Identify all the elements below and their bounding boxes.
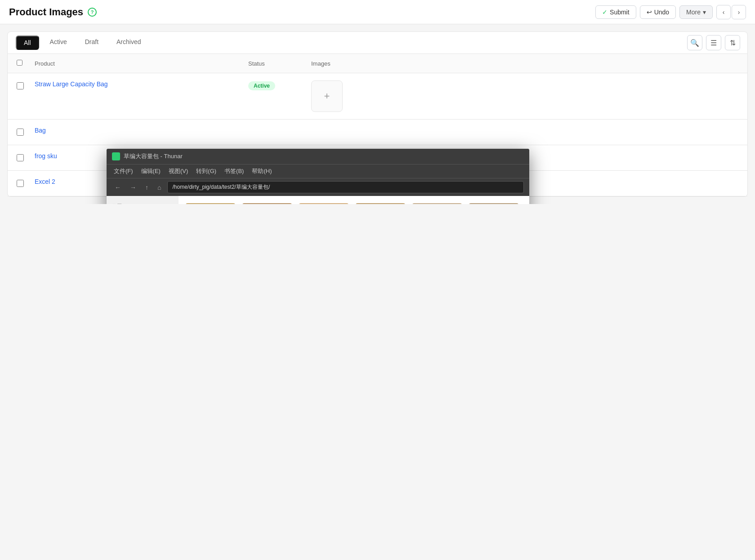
fm-section-label: 位置 — [107, 200, 179, 204]
fm-titlebar: 草编大容量包 - Thunar — [107, 149, 529, 164]
table-row: Bag — [8, 120, 747, 145]
product-link[interactable]: Straw Large Capacity Bag — [35, 80, 108, 88]
fm-file-item[interactable]: O1CN01KAiviD2JTKaGjP2Vm_!!22081821894 22… — [412, 203, 462, 204]
sort-button[interactable]: ⇅ — [725, 35, 740, 50]
fm-menu-help[interactable]: 帮助(H) — [252, 167, 272, 175]
check-icon: ✓ — [602, 9, 608, 16]
fm-menu-goto[interactable]: 转到(G) — [196, 167, 216, 175]
nav-arrows: ‹ › — [716, 5, 746, 19]
fm-path-bar[interactable]: /home/dirty_pig/data/test2/草编大容量包/ — [167, 181, 524, 193]
fm-menu-edit[interactable]: 编辑(E) — [141, 167, 161, 175]
fm-body: 位置 □ 计算机 ⌂ dirty_pig ■ 桌面 ◎ 最近访问 — [107, 196, 529, 204]
fm-menu-bookmarks[interactable]: 书签(B) — [224, 167, 244, 175]
fm-toolbar: ← → ↑ ⌂ /home/dirty_pig/data/test2/草编大容量… — [107, 178, 529, 196]
product-link[interactable]: frog sku — [35, 152, 57, 160]
fm-menubar: 文件(F) 编辑(E) 视图(V) 转到(G) 书签(B) 帮助(H) — [107, 164, 529, 178]
submit-button[interactable]: ✓ Submit — [595, 5, 636, 19]
fm-file-thumbnail — [356, 203, 405, 204]
select-all-checkbox[interactable] — [17, 60, 22, 66]
fm-file-thumbnail — [186, 203, 235, 204]
product-cell: Bag — [35, 127, 248, 134]
more-button[interactable]: More ▾ — [679, 5, 713, 19]
product-link[interactable]: Bag — [35, 127, 46, 134]
sort-icon: ⇅ — [730, 39, 736, 47]
tab-archived[interactable]: Archived — [108, 32, 149, 54]
tab-bar: All Active Draft Archived 🔍 ☰ ⇅ — [8, 32, 747, 54]
main-content: All Active Draft Archived 🔍 ☰ ⇅ Product … — [7, 31, 748, 197]
prev-arrow[interactable]: ‹ — [716, 5, 731, 19]
fm-file-item[interactable]: O1CN01lkm2pi2JTKgsncSav_!!22081821894 22… — [299, 203, 348, 204]
fm-files-grid: O1CN01KXhL7k2JTKaNe1Tkd_!!22081821894 22… — [186, 203, 522, 204]
images-cell: + — [311, 80, 738, 112]
undo-button[interactable]: ↩ Undo — [640, 5, 676, 19]
filter-icon: ☰ — [710, 39, 717, 47]
fm-title: 草编大容量包 - Thunar — [124, 152, 183, 160]
fm-file-thumbnail — [299, 203, 348, 204]
header: Product Images ? ✓ Submit ↩ Undo More ▾ … — [0, 0, 755, 24]
fm-file-thumbnail — [242, 203, 292, 204]
help-icon[interactable]: ? — [88, 8, 97, 17]
row-checkbox[interactable] — [17, 82, 24, 89]
row-checkbox[interactable] — [17, 129, 24, 136]
header-checkbox-col — [17, 59, 35, 67]
row-checkbox-col — [17, 152, 35, 163]
file-manager-overlay: 草编大容量包 - Thunar 文件(F) 编辑(E) 视图(V) 转到(G) … — [107, 149, 529, 204]
col-images-header: Images — [311, 60, 738, 67]
next-arrow[interactable]: › — [732, 5, 746, 19]
fm-menu-file[interactable]: 文件(F) — [114, 167, 133, 175]
row-checkbox[interactable] — [17, 154, 24, 161]
fm-folder-icon — [112, 152, 120, 160]
tabs: All Active Draft Archived — [15, 32, 149, 53]
header-right: ✓ Submit ↩ Undo More ▾ ‹ › — [595, 5, 746, 19]
fm-menu-view[interactable]: 视图(V) — [169, 167, 188, 175]
tab-actions: 🔍 ☰ ⇅ — [687, 35, 740, 50]
fm-up-button[interactable]: ↑ — [143, 183, 151, 192]
status-cell: Active — [248, 80, 311, 90]
fm-sidebar: 位置 □ 计算机 ⌂ dirty_pig ■ 桌面 ◎ 最近访问 — [107, 196, 179, 204]
fm-file-item[interactable]: O1CN015sNN052JTKaO60EnE_!!22081821894 22… — [356, 203, 405, 204]
row-checkbox-col — [17, 127, 35, 138]
col-product-header: Product — [35, 60, 248, 67]
row-checkbox[interactable] — [17, 180, 24, 187]
fm-file-item[interactable]: O1CN01KXhL7k2JTKaNe1Tkd_!!22081821894 22… — [186, 203, 235, 204]
search-button[interactable]: 🔍 — [687, 35, 702, 50]
fm-file-thumbnail — [469, 203, 518, 204]
header-left: Product Images ? — [9, 6, 97, 18]
fm-file-item[interactable]: O1CN01cOicCR2JTKaO606NQ_!!22081821894 22… — [242, 203, 292, 204]
status-cell — [248, 127, 311, 128]
add-image-button[interactable]: + — [311, 80, 343, 112]
col-status-header: Status — [248, 60, 311, 67]
status-badge: Active — [248, 81, 275, 90]
fm-forward-button[interactable]: → — [127, 183, 139, 192]
filter-button[interactable]: ☰ — [706, 35, 721, 50]
product-cell: Straw Large Capacity Bag — [35, 80, 248, 88]
row-checkbox-col — [17, 80, 35, 91]
row-checkbox-col — [17, 178, 35, 189]
page-title: Product Images — [9, 6, 83, 18]
search-icon: 🔍 — [690, 39, 699, 47]
chevron-down-icon: ▾ — [703, 9, 706, 16]
fm-file-thumbnail — [412, 203, 462, 204]
table-header: Product Status Images — [8, 54, 747, 73]
fm-title-container: 草编大容量包 - Thunar — [112, 152, 183, 160]
tab-draft[interactable]: Draft — [77, 32, 107, 54]
undo-icon: ↩ — [647, 9, 652, 16]
fm-home-button[interactable]: ⌂ — [155, 183, 164, 192]
fm-content: O1CN01KXhL7k2JTKaNe1Tkd_!!22081821894 22… — [179, 196, 529, 204]
fm-back-button[interactable]: ← — [112, 183, 124, 192]
fm-file-item[interactable]: O1CN01rFGalW2JTKaK2K6K3_!!22081821894 22… — [469, 203, 518, 204]
product-link[interactable]: Excel 2 — [35, 178, 55, 185]
tab-active[interactable]: Active — [42, 32, 75, 54]
table-row: Straw Large Capacity Bag Active + — [8, 73, 747, 120]
tab-all[interactable]: All — [16, 36, 39, 50]
